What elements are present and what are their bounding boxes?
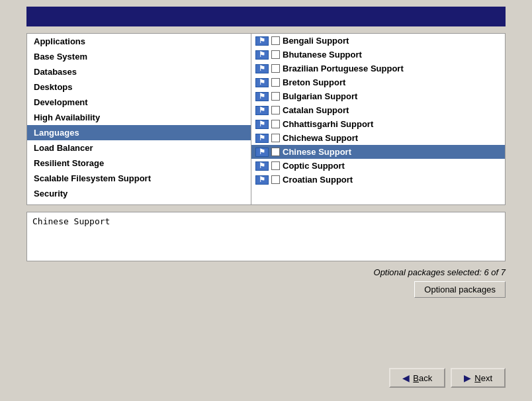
left-list-item[interactable]: Applications (27, 34, 251, 49)
status-text: Optional packages selected: 6 of 7 (374, 267, 506, 277)
right-list-item[interactable]: Chhattisgarhi Support (251, 117, 505, 131)
description-box (26, 212, 506, 261)
package-label: Coptic Support (283, 161, 345, 171)
left-list-item[interactable]: Resilient Storage (27, 156, 251, 171)
right-list-item[interactable]: Croatian Support (251, 173, 505, 187)
flag-icon (255, 120, 269, 129)
package-checkbox[interactable]: ✓ (271, 148, 280, 156)
back-arrow-icon: ◀ (402, 373, 410, 383)
next-label: Next (474, 373, 492, 383)
next-button[interactable]: ▶ Next (451, 368, 506, 388)
optional-packages-row: Optional packages (26, 281, 506, 298)
flag-icon (255, 50, 269, 60)
flag-icon (255, 92, 269, 101)
package-checkbox[interactable] (271, 64, 280, 73)
package-checkbox[interactable] (271, 134, 280, 142)
package-label: Bulgarian Support (283, 91, 357, 101)
package-label: Catalan Support (283, 105, 349, 115)
flag-icon (255, 64, 269, 73)
back-label: Back (413, 373, 432, 383)
left-list-item[interactable]: Base System (27, 49, 251, 64)
flag-icon (255, 106, 269, 115)
lists-row: ApplicationsBase SystemDatabasesDesktops… (26, 33, 506, 205)
package-label: Bengali Support (283, 36, 349, 46)
left-list-item[interactable]: Scalable Filesystem Support (27, 171, 251, 186)
right-list-item[interactable]: Breton Support (251, 75, 505, 89)
optional-packages-button[interactable]: Optional packages (414, 281, 506, 298)
left-list-item[interactable]: Languages (27, 125, 251, 140)
package-label: Chichewa Support (283, 133, 358, 143)
nav-row: ◀ Back ▶ Next (26, 368, 506, 394)
package-checkbox[interactable] (271, 175, 280, 184)
left-list-item[interactable]: Development (27, 95, 251, 110)
package-label: Chinese Support (283, 147, 351, 157)
package-checkbox[interactable] (271, 50, 280, 59)
package-label: Chhattisgarhi Support (283, 119, 373, 129)
top-bar (26, 7, 506, 26)
next-arrow-icon: ▶ (464, 373, 471, 383)
right-list-item[interactable]: Bengali Support (251, 34, 505, 48)
package-label: Breton Support (283, 77, 345, 87)
flag-icon (255, 134, 269, 143)
category-list: ApplicationsBase SystemDatabasesDesktops… (27, 34, 251, 204)
package-list: Bengali SupportBhutanese SupportBrazilia… (251, 34, 505, 204)
right-list-item[interactable]: Coptic Support (251, 159, 505, 173)
package-label: Croatian Support (283, 175, 353, 185)
left-list-item[interactable]: Load Balancer (27, 140, 251, 156)
right-list-item[interactable]: Brazilian Portuguese Support (251, 62, 505, 75)
package-checkbox[interactable] (271, 106, 280, 114)
left-list-item[interactable]: Desktops (27, 79, 251, 95)
package-checkbox[interactable] (271, 78, 280, 87)
main-content: ApplicationsBase SystemDatabasesDesktops… (0, 26, 532, 401)
right-list-item[interactable]: ✓Chinese Support (251, 145, 505, 159)
back-button[interactable]: ◀ Back (389, 368, 445, 388)
left-list-item[interactable]: High Availability (27, 110, 251, 125)
left-panel: ApplicationsBase SystemDatabasesDesktops… (26, 33, 251, 205)
flag-icon (255, 148, 269, 157)
flag-icon (255, 161, 269, 171)
package-label: Bhutanese Support (283, 50, 362, 60)
right-panel: Bengali SupportBhutanese SupportBrazilia… (251, 33, 506, 205)
optional-packages-label: Optional packages (424, 285, 496, 294)
flag-icon (255, 175, 269, 185)
status-row: Optional packages selected: 6 of 7 (26, 267, 506, 277)
package-label: Brazilian Portuguese Support (283, 64, 404, 73)
package-checkbox[interactable] (271, 36, 280, 45)
package-checkbox[interactable] (271, 161, 280, 170)
package-checkbox[interactable] (271, 92, 280, 101)
left-list-item[interactable]: Databases (27, 64, 251, 79)
flag-icon (255, 78, 269, 87)
description-row (26, 212, 506, 263)
right-list-item[interactable]: Chichewa Support (251, 131, 505, 145)
right-list-item[interactable]: Catalan Support (251, 103, 505, 117)
package-checkbox[interactable] (271, 120, 280, 128)
left-list-item[interactable]: Security (27, 186, 251, 201)
right-list-item[interactable]: Bulgarian Support (251, 89, 505, 103)
right-list-item[interactable]: Bhutanese Support (251, 48, 505, 62)
flag-icon (255, 36, 269, 46)
